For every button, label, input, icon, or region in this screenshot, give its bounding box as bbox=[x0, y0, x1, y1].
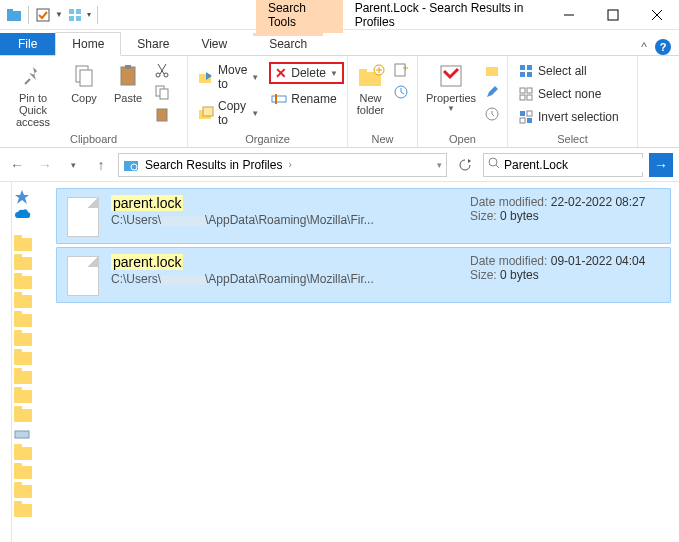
divider bbox=[97, 6, 98, 24]
svg-rect-47 bbox=[527, 118, 532, 123]
svg-point-17 bbox=[164, 73, 168, 77]
file-icon bbox=[67, 197, 99, 237]
tree-folder[interactable] bbox=[14, 238, 36, 254]
tree-folder[interactable] bbox=[14, 504, 36, 520]
svg-rect-13 bbox=[80, 70, 92, 86]
tree-folder[interactable] bbox=[14, 466, 36, 482]
invert-selection-button[interactable]: Invert selection bbox=[516, 108, 621, 126]
properties-button[interactable]: Properties ▼ bbox=[426, 62, 476, 113]
svg-rect-53 bbox=[15, 431, 29, 438]
svg-rect-20 bbox=[157, 109, 167, 121]
svg-rect-37 bbox=[527, 65, 532, 70]
pin-button[interactable]: Pin to Quick access bbox=[8, 62, 58, 128]
onedrive-icon[interactable] bbox=[14, 208, 36, 224]
chevron-down-icon[interactable]: ▼ bbox=[55, 10, 63, 19]
select-none-button[interactable]: Select none bbox=[516, 85, 621, 103]
history-icon[interactable] bbox=[484, 106, 500, 125]
address-text: Search Results in Profiles bbox=[145, 158, 282, 172]
search-go-button[interactable]: → bbox=[649, 153, 673, 177]
tree-folder[interactable] bbox=[14, 333, 36, 349]
breadcrumb-chevron-icon[interactable]: › bbox=[288, 159, 291, 170]
search-tools-context: Search Tools bbox=[256, 0, 343, 33]
ribbon: Pin to Quick access Copy Paste bbox=[0, 56, 679, 148]
tree-folder[interactable] bbox=[14, 485, 36, 501]
svg-rect-4 bbox=[76, 9, 81, 14]
search-box[interactable]: ✕ bbox=[483, 153, 643, 177]
file-icon bbox=[67, 256, 99, 296]
left-gutter bbox=[0, 182, 12, 542]
qat-dropdown-icon[interactable]: ▾ bbox=[87, 10, 91, 19]
select-all-button[interactable]: Select all bbox=[516, 62, 621, 80]
tab-view[interactable]: View bbox=[185, 33, 243, 55]
svg-rect-36 bbox=[520, 65, 525, 70]
refresh-button[interactable] bbox=[453, 158, 477, 172]
rename-button[interactable]: Rename bbox=[269, 90, 344, 108]
group-organize: Move to ▼ Copy to ▼ ✕ Delete ▼ Rename bbox=[188, 56, 348, 147]
new-folder-button[interactable]: New folder bbox=[356, 62, 385, 116]
svg-rect-42 bbox=[520, 95, 525, 100]
close-button[interactable] bbox=[635, 0, 679, 30]
cut-icon[interactable] bbox=[154, 62, 170, 81]
quick-access-icon[interactable] bbox=[14, 189, 36, 205]
svg-rect-41 bbox=[527, 88, 532, 93]
copy-label: Copy bbox=[71, 92, 97, 104]
pin-label: Pin to Quick access bbox=[8, 92, 58, 128]
tab-search[interactable]: Search bbox=[253, 33, 323, 55]
forward-button[interactable]: → bbox=[34, 154, 56, 176]
collapse-ribbon-icon[interactable]: ^ bbox=[641, 40, 647, 54]
svg-rect-1 bbox=[7, 9, 13, 12]
navigation-tree[interactable] bbox=[12, 182, 48, 542]
group-label: New bbox=[348, 133, 417, 145]
tree-folder[interactable] bbox=[14, 371, 36, 387]
svg-point-51 bbox=[489, 158, 497, 166]
easy-access-icon[interactable] bbox=[393, 84, 409, 103]
copy-button[interactable]: Copy bbox=[66, 62, 102, 104]
group-select: Select all Select none Invert selection … bbox=[508, 56, 638, 147]
result-meta: Date modified: 22-02-2022 08:27 Size: 0 … bbox=[470, 195, 660, 223]
recent-dropdown[interactable]: ▾ bbox=[62, 154, 84, 176]
invert-icon bbox=[518, 109, 534, 125]
select-all-icon bbox=[518, 63, 534, 79]
up-button[interactable]: ↑ bbox=[90, 154, 112, 176]
checkbox-icon[interactable] bbox=[35, 7, 51, 23]
result-item[interactable]: parent.lock C:\Users\\AppData\Roaming\Mo… bbox=[56, 188, 671, 244]
copy-to-button[interactable]: Copy to ▼ bbox=[196, 98, 261, 128]
back-button[interactable]: ← bbox=[6, 154, 28, 176]
tab-home[interactable]: Home bbox=[55, 32, 121, 56]
tree-folder[interactable] bbox=[14, 409, 36, 425]
delete-x-icon: ✕ bbox=[275, 65, 287, 81]
open-icon[interactable] bbox=[484, 62, 500, 81]
paste-icon bbox=[114, 62, 142, 90]
tab-share[interactable]: Share bbox=[121, 33, 185, 55]
tree-folder[interactable] bbox=[14, 257, 36, 273]
rename-icon bbox=[271, 91, 287, 107]
help-icon[interactable]: ? bbox=[655, 39, 671, 55]
new-item-icon[interactable] bbox=[393, 62, 409, 81]
search-input[interactable] bbox=[504, 158, 654, 172]
maximize-button[interactable] bbox=[591, 0, 635, 30]
svg-rect-0 bbox=[7, 11, 21, 21]
group-clipboard: Pin to Quick access Copy Paste bbox=[0, 56, 188, 147]
svg-rect-31 bbox=[395, 64, 405, 76]
file-tab[interactable]: File bbox=[0, 33, 55, 55]
tree-folder[interactable] bbox=[14, 352, 36, 368]
edit-icon[interactable] bbox=[484, 84, 500, 103]
tree-folder[interactable] bbox=[14, 390, 36, 406]
tree-drive-icon[interactable] bbox=[14, 428, 36, 444]
move-to-button[interactable]: Move to ▼ bbox=[196, 62, 261, 92]
tree-folder[interactable] bbox=[14, 276, 36, 292]
result-item[interactable]: parent.lock C:\Users\\AppData\Roaming\Mo… bbox=[56, 247, 671, 303]
tree-folder[interactable] bbox=[14, 447, 36, 463]
paste-shortcut-icon[interactable] bbox=[154, 106, 170, 125]
svg-rect-45 bbox=[527, 111, 532, 116]
paste-button[interactable]: Paste bbox=[110, 62, 146, 104]
navigation-bar: ← → ▾ ↑ Search Results in Profiles › ▾ ✕… bbox=[0, 148, 679, 182]
delete-button[interactable]: ✕ Delete ▼ bbox=[269, 62, 344, 84]
address-dropdown-icon[interactable]: ▾ bbox=[437, 160, 442, 170]
copy-path-icon[interactable] bbox=[154, 84, 170, 103]
tree-folder[interactable] bbox=[14, 314, 36, 330]
minimize-button[interactable] bbox=[547, 0, 591, 30]
tree-folder[interactable] bbox=[14, 295, 36, 311]
thumbnails-icon[interactable] bbox=[67, 7, 83, 23]
address-bar[interactable]: Search Results in Profiles › ▾ bbox=[118, 153, 447, 177]
